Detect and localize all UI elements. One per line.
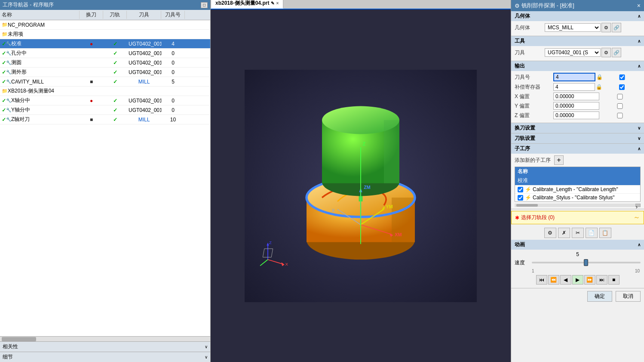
right-panel-close[interactable]: ×: [637, 2, 641, 9]
tool-select[interactable]: UGT0402_001 (S: [545, 48, 601, 57]
play-first-btn[interactable]: ⏮: [536, 275, 547, 285]
tree-cell-juhao: 10: [161, 116, 185, 123]
subop-cb-1[interactable]: [518, 195, 523, 201]
geometry-section-body: 几何体 MCS_MILL ⚙ 🔗: [511, 21, 644, 36]
toolbar-btn-2[interactable]: ✂: [572, 228, 584, 238]
geometry-edit-btn[interactable]: ⚙: [601, 23, 611, 32]
tree-cell-juhao: [161, 34, 185, 35]
check-icon: ✓: [2, 60, 6, 66]
x-offset-checkbox[interactable]: [599, 94, 641, 99]
active-tab[interactable]: xb2018-侧头测量04.prt ✎ ×: [211, 0, 283, 9]
tool-number-input[interactable]: [553, 73, 595, 81]
right-panel: ⚙ 铣削部件探测 - [校准] × 几何体 ∧ 几何体 MCS_MILL ⚙ 🔗…: [511, 0, 644, 362]
subop-cb-0[interactable]: [518, 187, 523, 192]
comp-reg-input-group: 🔒: [553, 83, 641, 91]
tool-name: UGT0402_001: [129, 50, 161, 56]
check-icon: ✓: [113, 41, 117, 47]
cancel-button[interactable]: 取消: [616, 291, 641, 302]
tree-row[interactable]: ✓ 🔧 孔分中✓UGT0402_0010: [0, 49, 210, 58]
subop-hscroll-thumb[interactable]: [516, 204, 538, 207]
toolbar-btn-0[interactable]: ⚙: [544, 228, 556, 238]
tool-section-title[interactable]: 工具 ∧: [511, 36, 644, 46]
tree-row[interactable]: ✓ 🔧 测外形✓UGT0402_0010: [0, 68, 210, 77]
output-section-title[interactable]: 输出 ∧: [511, 61, 644, 71]
comp-reg-checkbox[interactable]: [603, 84, 641, 90]
tree-row[interactable]: 📁 未用项: [0, 30, 210, 39]
comp-reg-input[interactable]: [553, 83, 595, 91]
horizontal-scrollbar[interactable]: [0, 336, 210, 341]
play-back-btn[interactable]: ◀: [560, 275, 571, 285]
ok-button[interactable]: 确定: [587, 291, 612, 302]
play-next-btn[interactable]: ⏩: [584, 275, 595, 285]
tab-close-btn[interactable]: ×: [276, 1, 279, 6]
subop-scroll-right[interactable]: ›: [635, 204, 641, 207]
check-icon: ✓: [2, 79, 6, 85]
animation-section-title[interactable]: 动画 ∧: [511, 240, 644, 250]
related-header[interactable]: 相关性 ∨: [0, 342, 210, 352]
check-icon: ✓: [113, 69, 117, 75]
subop-hscroll[interactable]: ›: [515, 204, 641, 207]
z-offset-checkbox[interactable]: [599, 113, 641, 118]
tree-row[interactable]: ✓ 🔧 CAVITY_MILL■✓MILL5: [0, 77, 210, 87]
tree-row[interactable]: ✓ 🔧 X轴分中●✓UGT0402_001_10: [0, 96, 210, 105]
scrollbar-thumb[interactable]: [2, 337, 36, 341]
tree-cell-huan: [80, 34, 103, 35]
play-stop-btn[interactable]: ■: [608, 275, 619, 285]
tree-name-text: NC_PROGRAM: [8, 22, 45, 28]
play-prev-btn[interactable]: ⏪: [548, 275, 559, 285]
tree-cell-ju: [127, 91, 161, 92]
add-subop-btn[interactable]: +: [554, 155, 564, 165]
geometry-section-title[interactable]: 几何体 ∧: [511, 11, 644, 21]
tool-edit-btn[interactable]: ⚙: [601, 48, 611, 57]
toolbar-row: ⚙ ✗ ✂ 📄 📋: [511, 226, 644, 240]
subop-selected-label: 校准: [518, 177, 528, 184]
y-offset-checkbox[interactable]: [599, 103, 641, 109]
tool-label: 工具: [515, 37, 525, 45]
play-last-btn[interactable]: ⏭: [596, 275, 607, 285]
subop-item-1[interactable]: ⚡ Calibrate_Stylus - "Calibrate Stylus": [515, 194, 640, 201]
toolbar-btn-3[interactable]: 📄: [586, 228, 598, 238]
svg-text:Z: Z: [363, 141, 366, 146]
subop-section: 子工序 ∧ 添加新的子工序 + 名称 校准 ⚡ Calibrate_Length…: [511, 144, 644, 209]
tree-cell-name: ✓ 🔧 测圆: [0, 59, 80, 67]
tool-link-btn[interactable]: 🔗: [612, 48, 621, 57]
toolbar-btn-1[interactable]: ✗: [558, 228, 570, 238]
geometry-link-btn[interactable]: 🔗: [612, 23, 621, 32]
subop-section-title[interactable]: 子工序 ∧: [511, 144, 644, 154]
select-toolpath-label: 选择刀轨段 (0): [521, 214, 555, 221]
tree-row[interactable]: 📁 NC_PROGRAM: [0, 20, 210, 30]
svg-rect-11: [384, 120, 399, 183]
tool-change-title[interactable]: 换刀设置 ∨: [511, 123, 644, 133]
geometry-select[interactable]: MCS_MILL: [545, 23, 601, 32]
tree-cell-ju: UGT0402_001: [127, 59, 161, 66]
tree-row[interactable]: ✓ 🔧 Z轴对刀■✓MILL10: [0, 115, 210, 124]
tree-cell-juhao: 0: [161, 69, 185, 76]
tool-number-checkbox[interactable]: [604, 74, 641, 80]
3d-viewport[interactable]: ZM YM X XM Z Z X: [211, 9, 511, 362]
x-offset-input[interactable]: [553, 93, 599, 100]
tree-row[interactable]: ✓ 🔧 测圆✓UGT0402_0010: [0, 58, 210, 68]
toolbar-btn-4[interactable]: 📋: [599, 228, 611, 238]
detail-header[interactable]: 细节 ∨: [0, 352, 210, 362]
z-offset-input[interactable]: [553, 111, 599, 119]
tree-row[interactable]: ✓ 🔧 校准●✓UGT0402_0014: [0, 39, 210, 49]
tree-name-text: X轴分中: [11, 97, 30, 104]
play-fwd-btn[interactable]: ▶: [572, 275, 583, 285]
speed-slider-container[interactable]: [532, 258, 641, 267]
speed-thumb[interactable]: [584, 259, 588, 266]
tree-cell-dao: [103, 91, 127, 92]
tree-row[interactable]: 📁 XB2018-侧头测量04: [0, 87, 210, 96]
animation-body: 5 速度 1 10 ⏮ ⏪ ◀ ▶ ⏩ ⏭ ■: [511, 250, 644, 288]
tree-cell-huan: ■: [80, 116, 103, 123]
output-label: 输出: [515, 62, 525, 70]
toolpath-settings-title[interactable]: 刀轨设置 ∨: [511, 133, 644, 143]
tool-number-lock[interactable]: 🔒: [596, 74, 603, 80]
tree-row[interactable]: ✓ 🔧 Y轴分中✓UGT0402_001_10: [0, 105, 210, 115]
left-collapse-btn[interactable]: □: [201, 2, 208, 8]
check-icon: ✓: [2, 117, 6, 123]
subop-selected-row[interactable]: 校准: [515, 176, 640, 186]
tool-change-label: 换刀设置: [515, 124, 535, 132]
subop-item-0[interactable]: ⚡ Calibrate_Length - "Calibrate Length": [515, 186, 640, 194]
y-offset-input[interactable]: [553, 102, 599, 110]
comp-reg-lock[interactable]: 🔒: [596, 84, 602, 90]
